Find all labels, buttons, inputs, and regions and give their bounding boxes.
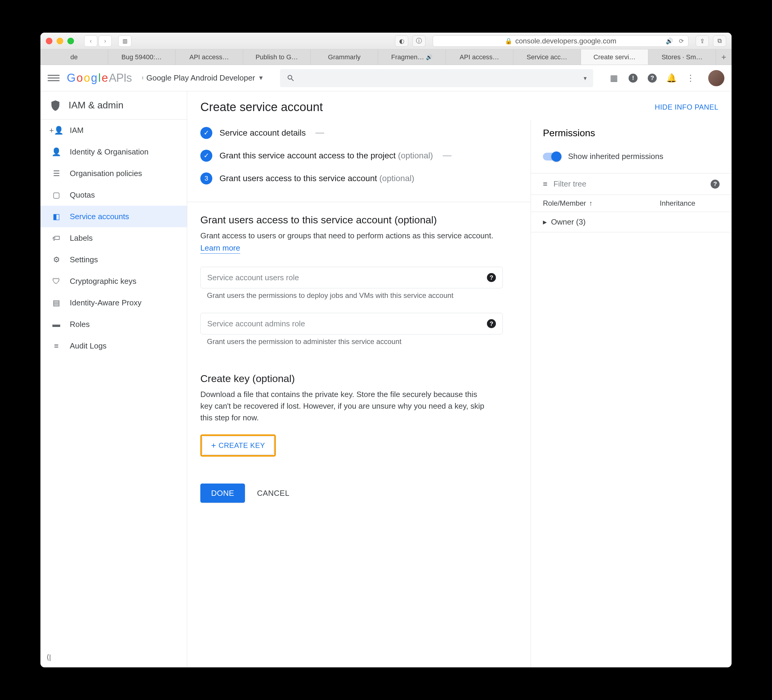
url-text: console.developers.google.com <box>515 37 617 45</box>
sidebar-item-iam[interactable]: +👤IAM <box>41 119 187 141</box>
page-title: Create service account <box>200 100 323 114</box>
alert-icon[interactable]: ! <box>628 74 638 83</box>
main-content: Create service account HIDE INFO PANEL S… <box>187 91 731 667</box>
help-icon[interactable]: ? <box>648 74 657 83</box>
minimize-window-button[interactable] <box>57 38 63 44</box>
collapse-sidebar-button[interactable]: ⟨| <box>46 653 51 661</box>
help-icon[interactable]: ? <box>487 319 496 328</box>
back-button[interactable]: ‹ <box>84 35 97 47</box>
sidebar-item-audit-logs[interactable]: ≡Audit Logs <box>41 335 187 357</box>
edit-dash-icon <box>315 132 324 134</box>
browser-tab-active[interactable]: Create servi… <box>581 49 649 65</box>
tabs-button[interactable]: ⧉ <box>713 35 726 47</box>
forward-button[interactable]: › <box>98 35 112 47</box>
browser-tab[interactable]: Publish to G… <box>243 49 311 65</box>
filter-placeholder: Filter tree <box>553 179 705 189</box>
browser-tab[interactable]: Stores · Sm… <box>648 49 716 65</box>
browser-tab[interactable]: API access… <box>175 49 243 65</box>
extension-button-2[interactable]: ⓘ <box>412 35 425 47</box>
new-tab-button[interactable]: + <box>716 49 731 65</box>
sidebar-header: IAM & admin <box>41 91 187 119</box>
person-circle-icon: 👤 <box>52 147 61 156</box>
sidebar-toggle-button[interactable]: ▥ <box>118 35 131 47</box>
share-button[interactable]: ⇪ <box>696 35 709 47</box>
permissions-panel: Permissions Show inherited permissions ≡… <box>531 120 731 667</box>
avatar[interactable] <box>708 70 725 86</box>
browser-tab[interactable]: Grammarly <box>311 49 378 65</box>
expand-arrow-icon: ▸ <box>543 218 547 227</box>
admins-role-input[interactable]: Service account admins role ? <box>200 313 503 334</box>
search-input[interactable]: ▾ <box>280 69 593 87</box>
input-helper: Grant users the permissions to deploy jo… <box>200 291 517 300</box>
users-role-input[interactable]: Service account users role ? <box>200 267 503 288</box>
done-button[interactable]: DONE <box>200 484 245 503</box>
hat-icon: ▬ <box>52 320 61 329</box>
sidebar-item-org-policies[interactable]: ☰Organisation policies <box>41 163 187 184</box>
browser-tab[interactable]: Bug 59400:… <box>108 49 176 65</box>
gift-icon[interactable]: ▦ <box>609 74 618 83</box>
inherited-permissions-toggle[interactable] <box>543 153 561 160</box>
browser-tab[interactable]: Fragmen…🔊 <box>378 49 446 65</box>
sidebar-item-quotas[interactable]: ▢Quotas <box>41 184 187 206</box>
sidebar-item-labels[interactable]: 🏷Labels <box>41 227 187 249</box>
section-desc: Download a file that contains the privat… <box>200 389 488 424</box>
step-number-badge: 3 <box>200 172 212 185</box>
section-heading: Grant users access to this service accou… <box>200 214 517 226</box>
input-placeholder: Service account admins role <box>207 319 305 329</box>
lock-icon: 🔒 <box>505 38 512 44</box>
check-icon <box>200 127 212 139</box>
nav-menu-button[interactable] <box>47 72 60 84</box>
extension-button-1[interactable]: ◐ <box>395 35 408 47</box>
browser-tab[interactable]: Service acc… <box>513 49 581 65</box>
sidebar-item-crypto-keys[interactable]: 🛡Cryptographic keys <box>41 270 187 292</box>
google-apis-logo[interactable]: Google APIs <box>67 72 132 84</box>
hide-info-panel-button[interactable]: HIDE INFO PANEL <box>655 103 718 111</box>
gear-icon: ⚙ <box>52 255 61 264</box>
project-picker[interactable]: ⦂ Google Play Android Developer ▼ <box>142 74 264 83</box>
reload-icon[interactable]: ⟳ <box>679 38 684 44</box>
step-2[interactable]: Grant this service account access to the… <box>200 144 517 167</box>
shield-key-icon: 🛡 <box>52 276 61 286</box>
section-desc: Grant access to users or groups that nee… <box>200 230 517 242</box>
fullscreen-window-button[interactable] <box>67 38 74 44</box>
sidebar-item-roles[interactable]: ▬Roles <box>41 314 187 335</box>
bell-icon[interactable]: 🔔 <box>667 74 676 83</box>
list-icon: ☰ <box>52 169 61 178</box>
browser-tabbar: de Bug 59400:… API access… Publish to G…… <box>41 49 731 65</box>
browser-tab[interactable]: API access… <box>446 49 514 65</box>
learn-more-link[interactable]: Learn more <box>200 244 240 254</box>
sidebar-item-identity[interactable]: 👤Identity & Organisation <box>41 141 187 163</box>
edit-dash-icon <box>443 155 451 156</box>
person-add-icon: +👤 <box>52 126 61 135</box>
more-vert-icon[interactable]: ⋮ <box>686 74 695 83</box>
create-key-highlight: + CREATE KEY <box>200 434 276 456</box>
create-key-button[interactable]: + CREATE KEY <box>203 437 274 455</box>
sidebar-item-settings[interactable]: ⚙Settings <box>41 249 187 270</box>
sound-icon: 🔊 <box>426 54 432 61</box>
sound-icon[interactable]: 🔊 <box>666 38 673 44</box>
sidebar-item-iap[interactable]: ▤Identity-Aware Proxy <box>41 292 187 314</box>
step-1[interactable]: Service account details <box>200 121 517 144</box>
table-header: Role/Member↑ Inheritance <box>531 195 731 212</box>
tag-icon: 🏷 <box>52 234 61 242</box>
help-icon[interactable]: ? <box>711 180 720 189</box>
sidebar: IAM & admin +👤IAM 👤Identity & Organisati… <box>41 91 187 667</box>
window-titlebar: ‹ › ▥ ◐ ⓘ 🔒 console.developers.google.co… <box>41 33 731 49</box>
sort-arrow-icon: ↑ <box>589 199 593 208</box>
close-window-button[interactable] <box>46 38 52 44</box>
url-bar[interactable]: 🔒 console.developers.google.com 🔊 ⟳ <box>433 35 689 47</box>
lines-icon: ≡ <box>52 341 61 350</box>
filter-tree-input[interactable]: ≡ Filter tree ? <box>531 173 731 195</box>
input-helper: Grant users the permission to administer… <box>200 337 517 346</box>
owner-row[interactable]: ▸ Owner (3) <box>531 212 731 232</box>
sidebar-item-service-accounts[interactable]: ◧Service accounts <box>41 206 187 227</box>
cancel-button[interactable]: CANCEL <box>257 489 289 498</box>
chevron-down-icon: ▼ <box>258 75 264 82</box>
help-icon[interactable]: ? <box>487 273 496 282</box>
search-icon <box>286 74 295 82</box>
browser-tab[interactable]: de <box>41 49 108 65</box>
gcp-header: Google APIs ⦂ Google Play Android Develo… <box>41 65 731 91</box>
column-role-member[interactable]: Role/Member↑ <box>543 199 660 208</box>
column-inheritance[interactable]: Inheritance <box>660 199 720 208</box>
sidebar-title: IAM & admin <box>69 100 123 111</box>
